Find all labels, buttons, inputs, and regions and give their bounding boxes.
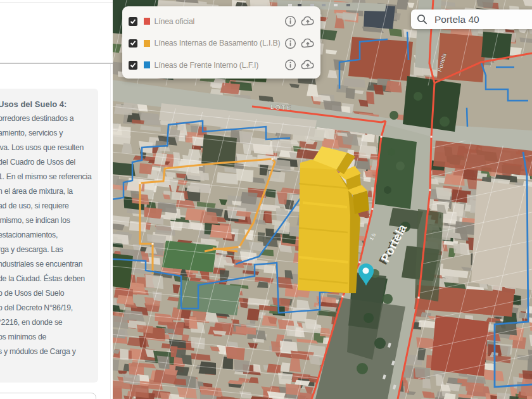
svg-text:LOTE: LOTE <box>270 103 293 111</box>
